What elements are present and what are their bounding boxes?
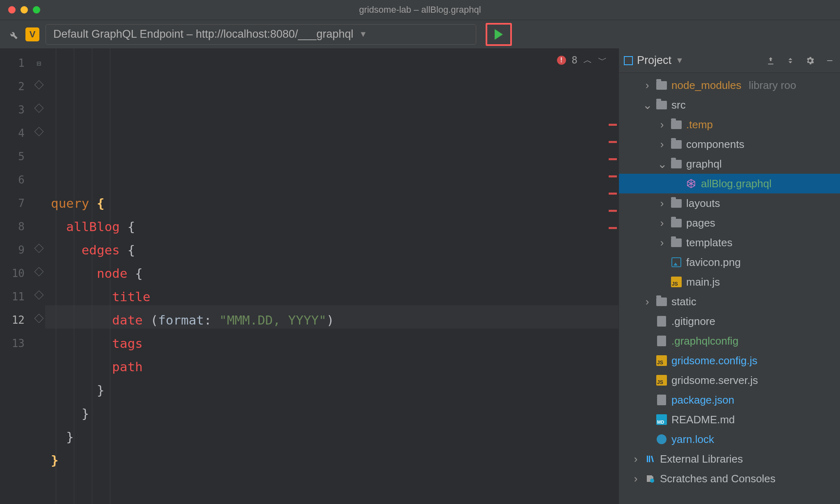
tree-node[interactable]: ›components [619, 134, 840, 154]
code-line[interactable] [49, 472, 619, 495]
minimize-window-button[interactable] [21, 6, 28, 14]
error-stripe-mark[interactable] [609, 175, 617, 177]
library-icon [644, 453, 656, 465]
chevron-right-icon[interactable]: › [657, 118, 667, 131]
hide-icon[interactable] [824, 55, 835, 66]
tree-node[interactable]: ⌄src [619, 95, 840, 115]
folder-icon [656, 296, 667, 307]
tree-label: src [671, 99, 686, 111]
chevron-right-icon[interactable]: › [657, 138, 667, 151]
code-line[interactable]: } [49, 379, 619, 402]
code-line[interactable]: } [49, 425, 619, 449]
project-view-selector[interactable]: Project ▼ [624, 54, 759, 67]
wrench-icon[interactable] [6, 28, 19, 41]
tree-node[interactable]: ›Scratches and Consoles [619, 469, 840, 488]
code-line[interactable]: edges { [49, 238, 619, 262]
tree-node[interactable]: ·allBlog.graphql [619, 174, 840, 193]
tree-label: graphql [686, 158, 722, 170]
run-query-button[interactable] [486, 23, 512, 46]
chevron-right-icon[interactable]: › [631, 453, 640, 465]
code-line[interactable]: query { [49, 192, 619, 215]
tree-node[interactable]: ›pages [619, 213, 840, 233]
fold-indicator[interactable] [33, 98, 45, 122]
fold-indicator[interactable] [33, 285, 45, 309]
chevron-right-icon[interactable]: › [631, 472, 640, 485]
tree-node[interactable]: ·package.json [619, 390, 840, 410]
chevron-right-icon[interactable]: › [643, 79, 652, 92]
line-number: 4 [0, 122, 25, 145]
code-line[interactable]: title [49, 285, 619, 309]
tree-label: static [671, 295, 696, 308]
tree-node[interactable]: ·JSmain.js [619, 272, 840, 292]
tree-node[interactable]: ·yarn.lock [619, 429, 840, 449]
tree-node[interactable]: ·favicon.png [619, 252, 840, 272]
folder-icon [671, 217, 682, 229]
fold-indicator[interactable] [33, 238, 45, 262]
error-stripe-mark[interactable] [609, 158, 617, 160]
code-line[interactable]: tags [49, 332, 619, 355]
code-line[interactable]: } [49, 449, 619, 472]
select-opened-file-icon[interactable] [765, 55, 776, 66]
code-line[interactable]: allBlog { [49, 215, 619, 238]
tree-node[interactable]: ·.graphqlconfig [619, 331, 840, 351]
tree-node[interactable]: ·MDREADME.md [619, 410, 840, 429]
tree-node[interactable]: ›layouts [619, 193, 840, 213]
chevron-right-icon[interactable]: › [643, 295, 652, 308]
error-count: 8 [572, 54, 578, 66]
tree-node[interactable]: ›static [619, 292, 840, 311]
folder-icon [656, 99, 667, 111]
play-icon [495, 29, 503, 40]
code-editor[interactable]: 12345678910111213 ⊟ query { allBlog { ed… [0, 48, 619, 504]
chevron-up-icon[interactable]: ︿ [583, 54, 592, 66]
fold-indicator[interactable] [33, 75, 45, 98]
tree-node[interactable]: ·.gitignore [619, 311, 840, 331]
chevron-right-icon[interactable]: › [657, 217, 667, 229]
endpoint-dropdown[interactable]: Default GraphQL Endpoint – http://localh… [46, 24, 476, 45]
fold-indicator[interactable] [33, 122, 45, 145]
error-stripe-mark[interactable] [609, 124, 617, 126]
error-icon: ! [557, 56, 566, 65]
error-stripe[interactable] [609, 48, 617, 504]
fold-indicator [33, 192, 45, 215]
fold-indicator[interactable] [33, 262, 45, 285]
tree-node[interactable]: ›.temp [619, 115, 840, 134]
code-line[interactable]: path [49, 355, 619, 379]
chevron-down-icon: ▼ [676, 56, 684, 65]
line-number: 11 [0, 285, 25, 309]
tree-node[interactable]: ⌄graphql [619, 154, 840, 174]
tree-node[interactable]: ·JSgridsome.config.js [619, 351, 840, 370]
gear-icon[interactable] [805, 55, 815, 66]
window-title: gridsome-lab – allBlog.graphql [359, 5, 481, 15]
line-number: 6 [0, 168, 25, 192]
chevron-down-icon[interactable]: ⌄ [643, 98, 652, 112]
code-line[interactable]: } [49, 402, 619, 425]
tree-node[interactable]: ·JSgridsome.server.js [619, 370, 840, 390]
fold-indicator[interactable]: ⊟ [33, 52, 45, 75]
error-stripe-mark[interactable] [609, 141, 617, 143]
fold-indicator [33, 332, 45, 355]
error-stripe-mark[interactable] [609, 210, 617, 212]
chevron-right-icon[interactable]: › [657, 197, 667, 210]
code-line[interactable]: date (format: "MMM.DD, YYYY") [49, 309, 619, 332]
variables-badge[interactable]: V [25, 27, 39, 41]
code-line[interactable]: node { [49, 262, 619, 285]
tree-node[interactable]: ›templates [619, 233, 840, 252]
fold-indicator[interactable] [33, 309, 45, 332]
expand-all-icon[interactable] [785, 55, 796, 66]
folder-icon [671, 158, 682, 170]
project-tool-window: Project ▼ ›node_moduleslibrary roo⌄src›.… [619, 48, 840, 504]
close-window-button[interactable] [8, 6, 16, 14]
tree-label: layouts [686, 197, 720, 210]
inspection-widget[interactable]: ! 8 ︿ ﹀ [557, 54, 607, 66]
tree-label: templates [686, 236, 733, 249]
error-stripe-mark[interactable] [609, 193, 617, 195]
chevron-right-icon[interactable]: › [657, 236, 667, 249]
code-area[interactable]: query { allBlog { edges { node { title d… [45, 48, 619, 504]
tree-node[interactable]: ›External Libraries [619, 449, 840, 469]
error-stripe-mark[interactable] [609, 227, 617, 229]
maximize-window-button[interactable] [33, 6, 40, 14]
chevron-down-icon[interactable]: ⌄ [657, 157, 667, 171]
project-tree[interactable]: ›node_moduleslibrary roo⌄src›.temp›compo… [619, 73, 840, 504]
chevron-down-icon[interactable]: ﹀ [598, 54, 607, 66]
tree-node[interactable]: ›node_moduleslibrary roo [619, 75, 840, 95]
